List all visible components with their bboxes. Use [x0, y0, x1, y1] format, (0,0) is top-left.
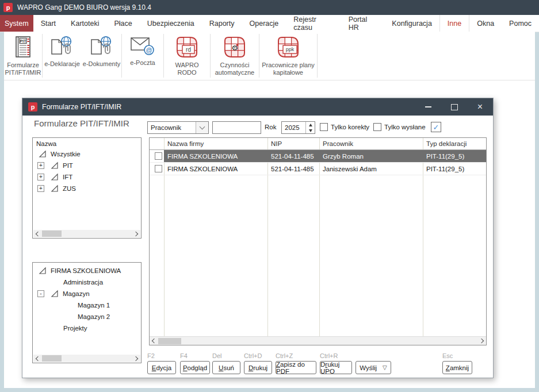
table-row[interactable]: FIRMA SZKOLENIOWA 521-04-11-485 Grzyb Ro…	[150, 150, 486, 163]
checkbox-icon	[373, 123, 381, 131]
scroll-right-icon[interactable]	[133, 231, 138, 236]
delete-button[interactable]: Usuń	[212, 361, 240, 374]
dialog-logo-icon: p	[28, 102, 37, 112]
svg-text:@: @	[146, 47, 152, 53]
toolbar-button-e-poczta[interactable]: @ e-Poczta	[122, 32, 163, 80]
arrow-up-icon	[309, 124, 312, 126]
print-upo-button[interactable]: Drukuj UPO	[320, 361, 352, 374]
expand-plus-icon[interactable]: +	[37, 185, 44, 192]
organization-tree: FIRMA SZKOLENIOWA Administracja - Magazy…	[32, 262, 142, 363]
column-header-nazwa-firmy[interactable]: Nazwa firmy	[164, 138, 267, 149]
dialog-body: Formularze PIT/IFT/IMIR Pracownik Rok 20…	[22, 116, 493, 378]
column-header-typ-deklaracji[interactable]: Typ deklaracji	[423, 138, 486, 149]
scroll-right-icon[interactable]	[479, 339, 484, 343]
horizontal-scrollbar[interactable]	[33, 230, 140, 237]
toolbar-separator	[317, 34, 318, 78]
expand-plus-icon[interactable]: +	[37, 162, 44, 169]
entity-select[interactable]: Pracownik	[147, 121, 209, 134]
main-content-area: PIT Formularze PIT/IFT/IMIR	[4, 32, 535, 388]
scroll-left-icon[interactable]	[36, 231, 40, 236]
shortcut-label: F4	[180, 352, 188, 359]
only-corrections-checkbox[interactable]: Tylko korekty	[320, 123, 369, 131]
save-pdf-button[interactable]: Zapisz do PDF	[276, 361, 316, 374]
scrollbar-thumb[interactable]	[42, 355, 62, 362]
tree-item-wszystkie[interactable]: Wszystkie	[33, 148, 141, 160]
table-header-row: Nazwa firmy NIP Pracownik Typ deklaracji	[150, 138, 486, 150]
only-sent-label: Tylko wysłane	[384, 124, 426, 130]
year-up-button[interactable]	[306, 122, 315, 128]
tree-header: Nazwa	[33, 138, 141, 148]
menu-item-place[interactable]: Płace	[106, 15, 139, 32]
menu-item-pomoc[interactable]: Pomoc	[502, 15, 539, 32]
shortcut-label: Ctrl+Z	[276, 352, 293, 359]
toolbar-button-ppk[interactable]: ppk Pracownicze plany kapitałowe	[259, 32, 317, 80]
dialog-titlebar[interactable]: p Formularze PIT/IFT/IMIR ×	[22, 98, 493, 116]
app-logo-icon: p	[3, 3, 13, 12]
only-sent-checkbox[interactable]: Tylko wysłane	[373, 123, 426, 131]
shortcut-label: Ctrl+R	[320, 352, 338, 359]
menu-item-inne[interactable]: Inne	[439, 15, 469, 32]
tree-item-zus[interactable]: + ZUS	[33, 183, 141, 194]
menu-item-ubezpieczenia[interactable]: Ubezpieczenia	[140, 15, 202, 32]
column-header-pracownik[interactable]: Pracownik	[319, 138, 423, 149]
tree-item-projekty[interactable]: Projekty	[33, 322, 141, 334]
dropdown-triangle-icon: ▽	[383, 364, 387, 371]
toolbar-button-e-deklaracje[interactable]: e-Deklaracje	[43, 32, 82, 80]
tree-item-magazyn[interactable]: - Magazyn	[33, 288, 141, 299]
wapro-grid-ppk-icon: ppk	[277, 36, 300, 60]
entity-select-dropdown-button[interactable]	[196, 122, 208, 133]
horizontal-scrollbar[interactable]	[33, 355, 140, 362]
scroll-left-icon[interactable]	[36, 356, 40, 360]
close-button[interactable]: ×	[467, 98, 493, 116]
document-globe-clip-icon	[89, 36, 115, 59]
menu-item-okna[interactable]: Okna	[469, 15, 502, 32]
tree-item-pit[interactable]: + PIT	[33, 160, 141, 171]
shortcut-label: Del	[212, 352, 222, 359]
dialog-formularze-pit: p Formularze PIT/IFT/IMIR × Formularze P…	[22, 98, 494, 378]
tree-item-ift[interactable]: + IFT	[33, 171, 141, 183]
menu-item-rejestr-czasu[interactable]: Rejestr czasu	[286, 15, 341, 32]
year-stepper[interactable]: 2025	[281, 121, 315, 134]
toolbar-button-e-dokumenty[interactable]: e-Dokumenty	[82, 32, 121, 80]
scroll-right-icon[interactable]	[133, 356, 138, 360]
year-down-button[interactable]	[306, 128, 315, 133]
toolbar-button-wapro-rodo[interactable]: rd WAPRO RODO	[164, 32, 210, 80]
cell-typ: PIT-11(29_5)	[423, 163, 486, 175]
menu-item-system[interactable]: System	[0, 15, 33, 32]
expand-minus-icon[interactable]: -	[37, 290, 44, 297]
search-input[interactable]	[212, 121, 261, 134]
print-button[interactable]: Drukuj	[244, 361, 272, 374]
row-checkbox[interactable]	[155, 152, 162, 160]
expand-plus-icon[interactable]: +	[37, 174, 44, 180]
cell-firma: FIRMA SZKOLENIOWA	[164, 150, 267, 162]
tree-item-magazyn-1[interactable]: Magazyn 1	[33, 299, 141, 311]
scroll-left-icon[interactable]	[152, 339, 156, 343]
maximize-button[interactable]	[441, 98, 467, 116]
minimize-button[interactable]	[415, 98, 441, 116]
tree-item-magazyn-2[interactable]: Magazyn 2	[33, 311, 141, 322]
table-row[interactable]: FIRMA SZKOLENIOWA 521-04-11-485 Janiszew…	[150, 163, 486, 175]
category-triangle-icon	[51, 173, 59, 181]
chevron-down-icon	[200, 124, 205, 130]
menu-item-kartoteki[interactable]: Kartoteki	[63, 15, 106, 32]
menu-item-portal-hr[interactable]: Portal HR	[341, 15, 385, 32]
menu-item-konfiguracja[interactable]: Konfiguracja	[384, 15, 439, 32]
select-all-checkbox[interactable]: ✓	[431, 122, 441, 132]
menu-item-raporty[interactable]: Raporty	[202, 15, 242, 32]
edit-button[interactable]: Edycja	[147, 361, 176, 374]
menu-item-start[interactable]: Start	[33, 15, 63, 32]
scrollbar-thumb[interactable]	[42, 230, 62, 237]
toolbar-button-formularze-pit[interactable]: PIT Formularze PIT/IFT/IMIR	[4, 32, 42, 80]
row-checkbox[interactable]	[155, 165, 162, 172]
column-header-nip[interactable]: NIP	[267, 138, 319, 149]
send-button[interactable]: Wyślij ▽	[355, 361, 391, 374]
preview-button[interactable]: Podgląd	[180, 361, 210, 374]
menu-item-operacje[interactable]: Operacje	[242, 15, 286, 32]
table-horizontal-scrollbar[interactable]	[150, 336, 486, 345]
shortcut-label: F2	[147, 352, 155, 359]
close-dialog-button[interactable]: Zamknij	[442, 361, 472, 374]
scrollbar-thumb[interactable]	[158, 338, 181, 344]
tree-item-administracja[interactable]: Administracja	[33, 276, 141, 288]
toolbar-button-czynnosci-automatyczne[interactable]: ⚙ Czynności automatyczne	[211, 32, 259, 80]
tree-item-firma-szkoleniowa[interactable]: FIRMA SZKOLENIOWA	[33, 265, 141, 276]
